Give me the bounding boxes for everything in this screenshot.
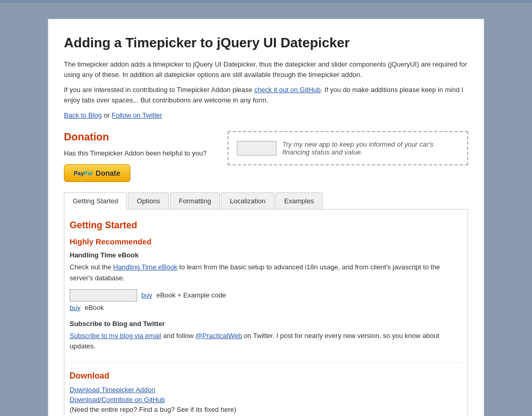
donation-left: Donation Has this Timepicker Addon been … [64, 131, 207, 183]
tabs-nav: Getting Started Options Formatting Local… [64, 192, 468, 210]
tab-formatting[interactable]: Formatting [170, 192, 220, 209]
download-github-link[interactable]: Download/Contribute on GitHub [70, 396, 462, 404]
download-addon-link[interactable]: Download Timepicker Addon [70, 386, 462, 394]
donation-section: Donation Has this Timepicker Addon been … [64, 131, 468, 183]
car-ad-banner: Try my new app to keep you informed of y… [228, 131, 468, 165]
paypal-icon: PayPal [74, 170, 92, 176]
section-divider [70, 362, 462, 363]
buy-row-1: buy eBook + Example code [70, 289, 462, 302]
highly-recommended-title: Highly Recommended [70, 237, 462, 246]
tab-formatting-link[interactable]: Formatting [170, 192, 220, 209]
donate-button[interactable]: PayPal Donate [64, 164, 130, 182]
ebook-title: Handling Time eBook [70, 251, 462, 259]
subscribe-paragraph: Subscribe to my blog via email and follo… [70, 331, 462, 353]
tab-options-link[interactable]: Options [128, 192, 169, 209]
donation-title: Donation [64, 131, 207, 143]
intro-paragraph-1: The timepicker addon adds a timepicker t… [64, 59, 468, 80]
ebook-description: Check out the Handling Time eBook to lea… [70, 262, 462, 284]
tab-localization-link[interactable]: Localization [221, 192, 274, 209]
getting-started-title: Getting Started [70, 220, 462, 231]
tab-options[interactable]: Options [128, 192, 169, 209]
subscribe-title: Subscribe to Blog and Twitter [70, 320, 462, 328]
car-ad-input[interactable] [237, 141, 276, 155]
follow-twitter-link[interactable]: Follow on Twitter [112, 111, 162, 119]
subscribe-email-link[interactable]: Subscribe to my blog via email [70, 332, 161, 340]
tab-examples-link[interactable]: Examples [275, 192, 323, 209]
back-to-blog-link[interactable]: Back to Blog [64, 111, 102, 119]
buy-ebook-plus-label: eBook + Example code [156, 291, 226, 299]
donation-description: Has this Timepicker Addon been helpful t… [64, 148, 207, 159]
download-section: Download Download Timepicker Addon Downl… [70, 371, 462, 416]
tab-localization[interactable]: Localization [221, 192, 274, 209]
download-github-note: (Need the entire repo? Find a bug? See i… [70, 406, 236, 413]
or-text: or [104, 111, 110, 119]
intro-paragraph-2: If you are interested in contributing to… [64, 85, 468, 105]
download-title: Download [70, 371, 462, 381]
buy-row-2: buy eBook [70, 304, 462, 311]
subscribe-section: Subscribe to Blog and Twitter Subscribe … [70, 320, 462, 353]
page-title: Adding a Timepicker to jQuery UI Datepic… [64, 35, 468, 51]
buy-link-1[interactable]: buy [141, 291, 152, 299]
ebook-desc-prefix: Check out the [70, 263, 113, 271]
tab-examples[interactable]: Examples [275, 192, 323, 209]
buy-link-2[interactable]: buy [70, 304, 81, 311]
tab-getting-started-link[interactable]: Getting Started [64, 192, 127, 210]
intro2-prefix: If you are interested in contributing to… [64, 86, 254, 94]
buy-input-1[interactable] [70, 289, 137, 302]
tabs-container: Getting Started Options Formatting Local… [64, 192, 468, 416]
nav-links: Back to Blog or Follow on Twitter [64, 110, 468, 121]
css-note-paragraph: There is a small bit of required CSS (Do… [70, 413, 462, 416]
practical-web-link[interactable]: @PracticalWeb [195, 332, 242, 340]
donate-button-label: Donate [96, 169, 120, 177]
car-ad-text: Try my new app to keep you informed of y… [283, 140, 459, 156]
ebook-link[interactable]: Handling Time eBook [113, 263, 178, 271]
tab-getting-started[interactable]: Getting Started [64, 192, 127, 209]
buy-ebook-label: eBook [85, 304, 104, 311]
tab-content-getting-started: Getting Started Highly Recommended Handl… [64, 210, 468, 416]
subscribe-middle: and follow [163, 332, 195, 340]
github-link[interactable]: check it out on GitHub [254, 86, 321, 94]
download-github-row: Download/Contribute on GitHub (Need the … [70, 396, 462, 413]
